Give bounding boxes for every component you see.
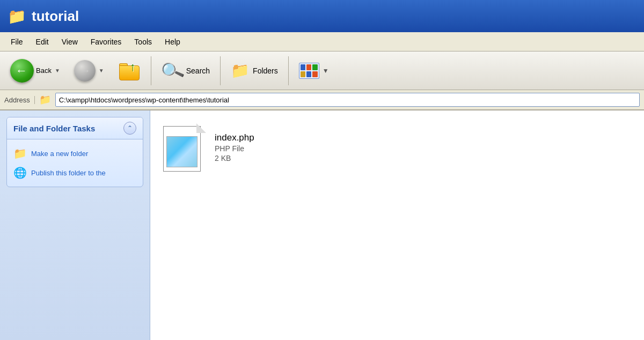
address-input[interactable]	[55, 93, 640, 107]
up-arrow-icon: ↑	[130, 60, 136, 74]
menu-favorites[interactable]: Favorites	[84, 35, 128, 48]
folders-label: Folders	[253, 66, 278, 75]
toolbar-separator-3	[288, 56, 289, 85]
back-circle-icon: ←	[10, 59, 34, 83]
publish-icon: 🌐	[13, 166, 27, 179]
main-content: File and Folder Tasks ⌃ 📁 Make a new fol…	[0, 110, 644, 340]
file-type: PHP File	[215, 144, 254, 153]
folder-up-icon: ↑	[118, 61, 141, 80]
file-item[interactable]: index.php PHP File 2 KB	[159, 119, 635, 176]
file-info: index.php PHP File 2 KB	[215, 132, 254, 162]
toolbar-separator-2	[220, 56, 221, 85]
search-label: Search	[186, 66, 210, 75]
right-panel: index.php PHP File 2 KB	[150, 110, 644, 340]
views-button[interactable]: ▼	[293, 54, 335, 87]
task-box: File and Folder Tasks ⌃ 📁 Make a new fol…	[6, 117, 143, 187]
task-box-title: File and Folder Tasks	[13, 124, 95, 133]
task-item-new-folder-label: Make a new folder	[31, 150, 88, 158]
file-name: index.php	[215, 132, 254, 143]
title-bar: 📁 tutorial	[0, 0, 644, 32]
task-item-publish-label: Publish this folder to the	[31, 169, 106, 177]
title-bar-title: tutorial	[32, 8, 79, 25]
task-box-body: 📁 Make a new folder 🌐 Publish this folde…	[7, 139, 143, 187]
menu-edit[interactable]: Edit	[30, 35, 55, 48]
forward-button[interactable]: → ▼	[68, 54, 110, 87]
folders-button[interactable]: 📁 Folders	[225, 54, 284, 87]
menu-file[interactable]: File	[4, 35, 30, 48]
address-folder-icon: 📁	[39, 94, 51, 106]
views-icon	[299, 63, 319, 79]
back-label: Back	[36, 66, 52, 75]
php-file-icon	[163, 123, 206, 172]
collapse-icon: ⌃	[127, 124, 133, 132]
search-icon: 🔍	[158, 57, 186, 84]
search-button[interactable]: 🔍 Search	[156, 54, 216, 87]
views-dropdown-icon[interactable]: ▼	[323, 67, 329, 75]
file-preview	[166, 136, 197, 167]
task-item-publish[interactable]: 🌐 Publish this folder to the	[13, 163, 136, 182]
file-corner-fold	[196, 123, 206, 133]
collapse-button[interactable]: ⌃	[123, 122, 136, 135]
new-folder-icon: 📁	[13, 147, 27, 160]
address-bar: Address 📁	[0, 90, 644, 110]
address-label: Address	[4, 96, 35, 104]
back-button[interactable]: ← Back ▼	[4, 54, 66, 87]
task-item-new-folder[interactable]: 📁 Make a new folder	[13, 144, 136, 163]
toolbar: ← Back ▼ → ▼ ↑ 🔍 Search 📁 Folders	[0, 51, 644, 90]
folders-icon: 📁	[231, 62, 250, 79]
file-size: 2 KB	[215, 154, 254, 162]
toolbar-separator-1	[151, 56, 151, 85]
forward-circle-icon: →	[74, 60, 96, 82]
forward-arrow-icon: →	[80, 64, 91, 77]
left-panel: File and Folder Tasks ⌃ 📁 Make a new fol…	[0, 110, 150, 340]
menu-help[interactable]: Help	[158, 35, 187, 48]
forward-dropdown-icon[interactable]: ▼	[99, 68, 104, 73]
up-button[interactable]: ↑	[112, 54, 147, 87]
title-bar-folder-icon: 📁	[8, 8, 26, 25]
back-arrow-icon: ←	[16, 64, 27, 78]
menu-view[interactable]: View	[55, 35, 84, 48]
menu-tools[interactable]: Tools	[128, 35, 158, 48]
back-dropdown-icon[interactable]: ▼	[55, 68, 60, 73]
task-box-header: File and Folder Tasks ⌃	[7, 117, 143, 139]
menu-bar: File Edit View Favorites Tools Help	[0, 32, 644, 51]
